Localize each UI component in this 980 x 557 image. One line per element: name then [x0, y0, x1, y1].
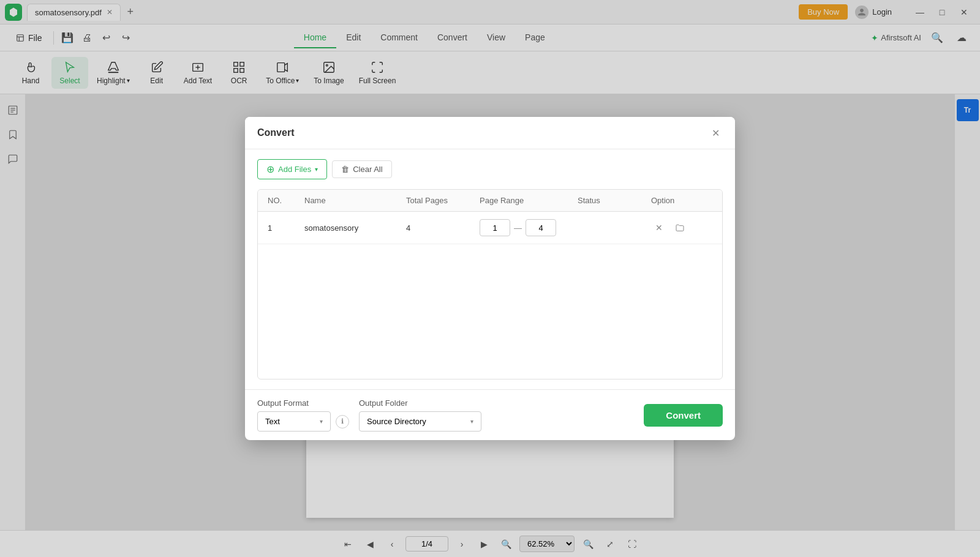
modal-header: Convert ✕: [245, 117, 735, 149]
page-range-separator: —: [514, 223, 522, 233]
row-total-pages: 4: [406, 223, 480, 233]
col-option: Option: [651, 196, 712, 205]
modal-close-button[interactable]: ✕: [708, 125, 723, 140]
modal-body: ⊕ Add Files ▾ 🗑 Clear All NO. Name Total…: [245, 149, 735, 389]
file-table: NO. Name Total Pages Page Range Status O…: [257, 189, 723, 379]
output-format-select[interactable]: Text ▾: [257, 411, 331, 432]
col-no: NO.: [268, 196, 304, 205]
convert-modal: Convert ✕ ⊕ Add Files ▾ 🗑 Clear All NO.: [245, 117, 735, 440]
output-format-arrow-icon: ▾: [320, 418, 323, 425]
add-files-arrow-icon: ▾: [315, 166, 318, 173]
modal-actions: ⊕ Add Files ▾ 🗑 Clear All: [257, 159, 723, 179]
modal-footer: Output Format Text ▾ ℹ Output Folder Sou…: [245, 389, 735, 440]
col-total-pages: Total Pages: [406, 196, 480, 205]
col-page-range: Page Range: [480, 196, 578, 205]
table-row: 1 somatosensory 4 — ✕: [258, 212, 722, 244]
output-format-label: Output Format: [257, 398, 349, 408]
row-no: 1: [268, 223, 304, 233]
convert-button[interactable]: Convert: [644, 404, 723, 427]
output-format-value: Text: [265, 417, 280, 426]
delete-row-button[interactable]: ✕: [651, 220, 667, 236]
page-from-input[interactable]: [480, 219, 510, 236]
col-status: Status: [578, 196, 651, 205]
add-icon: ⊕: [266, 163, 274, 175]
option-buttons: ✕: [651, 220, 712, 236]
modal-overlay: Convert ✕ ⊕ Add Files ▾ 🗑 Clear All NO.: [0, 0, 980, 557]
page-range-inputs: —: [480, 219, 578, 236]
output-folder-value: Source Directory: [367, 417, 426, 426]
output-format-section: Output Format Text ▾ ℹ: [257, 398, 349, 432]
clear-icon: 🗑: [341, 165, 349, 174]
output-folder-label: Output Folder: [359, 398, 481, 408]
clear-all-label: Clear All: [353, 165, 382, 174]
output-format-wrap: Text ▾ ℹ: [257, 411, 349, 432]
output-folder-select[interactable]: Source Directory ▾: [359, 411, 481, 432]
output-folder-arrow-icon: ▾: [470, 418, 473, 425]
col-name: Name: [304, 196, 406, 205]
add-files-label: Add Files: [278, 165, 311, 174]
modal-title: Convert: [257, 127, 294, 138]
clear-all-button[interactable]: 🗑 Clear All: [332, 160, 391, 178]
add-files-button[interactable]: ⊕ Add Files ▾: [257, 159, 327, 179]
row-name: somatosensory: [304, 223, 406, 233]
output-folder-section: Output Folder Source Directory ▾: [359, 398, 481, 432]
file-table-empty-space: [258, 244, 722, 379]
folder-row-button[interactable]: [672, 220, 688, 236]
page-to-input[interactable]: [526, 219, 556, 236]
output-format-info-icon[interactable]: ℹ: [336, 415, 349, 428]
file-table-header: NO. Name Total Pages Page Range Status O…: [258, 190, 722, 212]
